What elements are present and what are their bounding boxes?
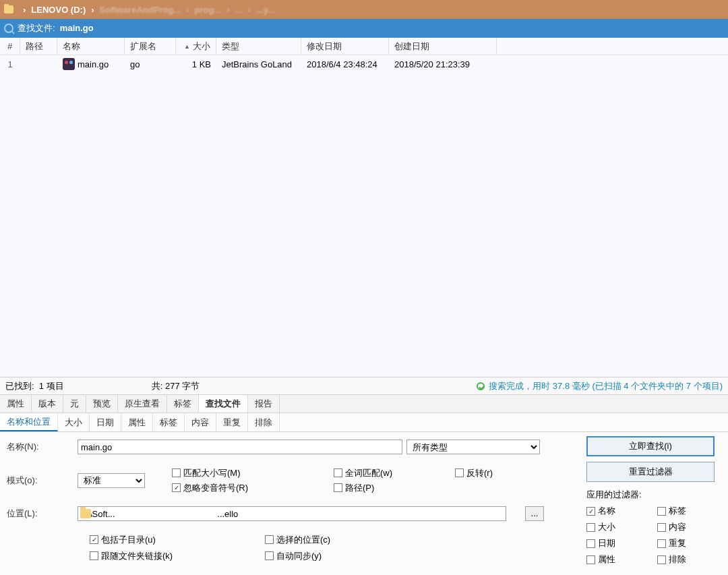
filter-tabs: 名称和位置 大小 日期 属性 标签 内容 重复 排除	[0, 413, 728, 432]
cell-type: JetBrains GoLand	[216, 59, 301, 69]
checkbox-follow-links[interactable]: 跟随文件夹链接(k)	[90, 550, 265, 562]
type-select[interactable]: 所有类型	[406, 440, 540, 454]
col-name[interactable]: 名称	[57, 38, 125, 55]
checkbox-whole-word[interactable]: 全词匹配(w)	[334, 467, 455, 479]
folder-icon	[4, 5, 13, 13]
subtab-dup[interactable]: 重复	[216, 413, 248, 431]
breadcrumb-seg[interactable]: ...	[235, 5, 243, 15]
filter-date[interactable]: 日期	[586, 537, 650, 549]
filter-content[interactable]: 内容	[657, 521, 721, 533]
table-row[interactable]: 1 main.go go 1 KB JetBrains GoLand 2018/…	[0, 55, 728, 73]
checkbox-ignore-diacritics[interactable]: 忽略变音符号(R)	[172, 482, 334, 494]
results-header[interactable]: # 路径 名称 扩展名 ▲大小 类型 修改日期 创建日期	[0, 38, 728, 55]
subtab-tags[interactable]: 标签	[153, 413, 185, 431]
search-complete-status: 搜索完成，用时 37.8 毫秒 (已扫描 4 个文件夹中的 7 个项目)	[477, 380, 723, 392]
checkbox-match-case[interactable]: 匹配大小写(M)	[172, 467, 334, 479]
col-ext[interactable]: 扩展名	[125, 38, 176, 55]
tab-meta[interactable]: 元	[63, 395, 86, 413]
total-label: 共: 277 字节	[152, 380, 200, 392]
checkbox-path[interactable]: 路径(P)	[334, 482, 455, 494]
cell-create: 2018/5/20 21:23:39	[389, 59, 497, 69]
check-icon	[477, 382, 485, 390]
subtab-name-location[interactable]: 名称和位置	[0, 413, 58, 431]
col-path[interactable]: 路径	[20, 38, 57, 55]
subtab-attr[interactable]: 属性	[121, 413, 153, 431]
tab-report[interactable]: 报告	[248, 395, 280, 413]
main-tabs: 属性 版本 元 预览 原生查看 标签 查找文件 报告	[0, 394, 728, 413]
col-type[interactable]: 类型	[216, 38, 301, 55]
cell-ext: go	[125, 59, 176, 69]
col-create[interactable]: 创建日期	[389, 38, 497, 55]
filter-exclude[interactable]: 排除	[657, 553, 721, 566]
filter-dup[interactable]: 重复	[657, 537, 721, 549]
col-size[interactable]: ▲大小	[176, 38, 216, 55]
filter-name[interactable]: 名称	[586, 505, 650, 517]
tab-find-files[interactable]: 查找文件	[199, 395, 248, 413]
found-label: 已找到: 1 项目	[5, 380, 64, 392]
mode-label: 模式(o):	[7, 475, 78, 487]
folder-icon	[80, 509, 91, 518]
col-number[interactable]: #	[0, 38, 20, 55]
filter-tag[interactable]: 标签	[657, 505, 721, 517]
subtab-content[interactable]: 内容	[185, 413, 216, 431]
tab-version[interactable]: 版本	[32, 395, 63, 413]
subtab-size[interactable]: 大小	[58, 413, 90, 431]
goland-file-icon	[63, 58, 75, 70]
applied-filters-label: 应用的过滤器:	[586, 489, 721, 501]
cell-size: 1 KB	[176, 59, 216, 69]
cell-num: 1	[0, 59, 20, 69]
checkbox-include-subdirs[interactable]: 包括子目录(u)	[90, 534, 265, 546]
chevron-right-icon: ›	[23, 5, 26, 15]
breadcrumb-seg[interactable]: SoftwareAndProg...	[100, 5, 181, 15]
chevron-right-icon: ›	[91, 5, 94, 15]
location-label: 位置(L):	[7, 508, 78, 520]
reset-filters-button[interactable]: 重置过滤器	[586, 462, 715, 482]
location-input[interactable]	[78, 506, 506, 521]
browse-button[interactable]: ...	[525, 506, 544, 521]
search-title-bar: 查找文件: main.go	[0, 19, 728, 38]
status-bar: 已找到: 1 项目 共: 277 字节 搜索完成，用时 37.8 毫秒 (已扫描…	[0, 377, 728, 394]
name-label: 名称(N):	[7, 441, 78, 453]
filter-size[interactable]: 大小	[586, 521, 650, 533]
filter-attr[interactable]: 属性	[586, 553, 650, 566]
mode-select[interactable]: 标准	[78, 473, 145, 488]
tab-tags[interactable]: 标签	[167, 395, 199, 413]
breadcrumb-drive[interactable]: LENOVO (D:)	[31, 5, 86, 15]
cell-mod: 2018/6/4 23:48:24	[301, 59, 389, 69]
breadcrumb-seg[interactable]: prog...	[195, 5, 222, 15]
breadcrumb-seg[interactable]: ...y...	[256, 5, 275, 15]
breadcrumb[interactable]: › LENOVO (D:) › SoftwareAndProg... › pro…	[0, 0, 728, 19]
checkbox-auto-sync[interactable]: 自动同步(y)	[265, 550, 400, 562]
subtab-exclude[interactable]: 排除	[248, 413, 280, 431]
tab-attributes[interactable]: 属性	[0, 395, 32, 413]
col-mod[interactable]: 修改日期	[301, 38, 389, 55]
checkbox-selected-location[interactable]: 选择的位置(c)	[265, 534, 400, 546]
cell-name: main.go	[57, 58, 125, 70]
name-input[interactable]	[78, 440, 402, 454]
tab-preview[interactable]: 预览	[86, 395, 118, 413]
results-list[interactable]: 1 main.go go 1 KB JetBrains GoLand 2018/…	[0, 55, 728, 377]
search-now-button[interactable]: 立即查找(i)	[586, 436, 715, 456]
subtab-date[interactable]: 日期	[90, 413, 121, 431]
search-icon	[4, 24, 13, 33]
sort-asc-icon: ▲	[184, 43, 190, 50]
tab-native[interactable]: 原生查看	[118, 395, 167, 413]
checkbox-invert[interactable]: 反转(r)	[455, 467, 549, 479]
